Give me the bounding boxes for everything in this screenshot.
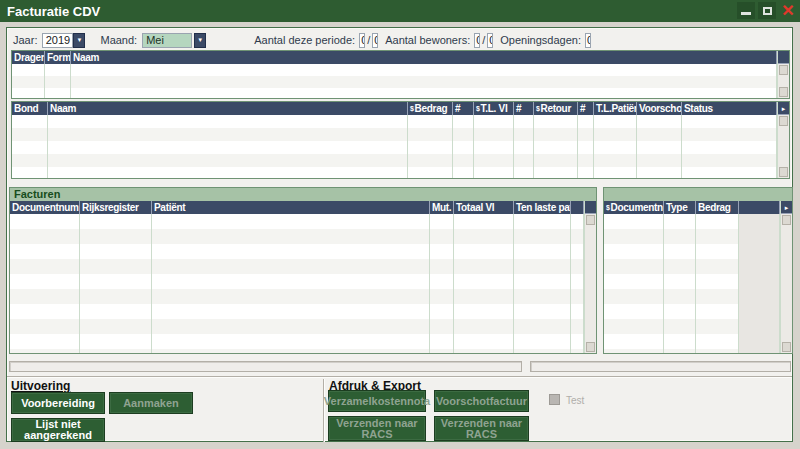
scroll-down-button[interactable] <box>779 167 788 177</box>
voorbereiding-button[interactable]: Voorbereiding <box>11 392 105 414</box>
progress-bar-right <box>530 361 791 372</box>
column-header-totaal-vi[interactable]: Totaal VI <box>454 201 514 214</box>
horizontal-divider <box>7 376 792 378</box>
expand-icon[interactable]: ▸ <box>781 201 792 214</box>
grid-column-naam <box>48 115 408 178</box>
facturen-grid-body[interactable] <box>10 214 584 353</box>
bond-grid-body[interactable] <box>12 115 777 178</box>
bewoners-input-2[interactable]: 0 <box>487 33 493 48</box>
documenten-group: $DocumentnrTypeBedrag ▸ <box>603 187 793 354</box>
grid-column-mut <box>430 214 454 353</box>
grid-column-ten-laste-pati-nt <box>514 214 571 353</box>
periode-input-2[interactable]: 0 <box>372 33 378 48</box>
jaar-input[interactable]: 2019 <box>42 33 73 48</box>
close-button[interactable]: ✕ <box>779 2 797 19</box>
column-header-[interactable]: # <box>514 102 534 115</box>
test-checkbox[interactable] <box>549 394 560 405</box>
column-header-form[interactable]: Form <box>45 51 71 64</box>
window-controls: ✕ <box>737 2 797 19</box>
period-counters: Aantal deze periode: 0 / 0 Aantal bewone… <box>277 32 591 48</box>
expand-icon[interactable]: ▸ <box>778 102 789 115</box>
vertical-scrollbar[interactable] <box>585 214 596 353</box>
grid-column-bedrag <box>696 214 739 353</box>
aanmaken-button[interactable]: Aanmaken <box>109 392 193 414</box>
grid-column-blank <box>571 214 584 353</box>
grid-column- <box>453 115 474 178</box>
lijst-niet-aangerekend-button[interactable]: Lijst niet aangerekend <box>11 418 105 442</box>
voorschotfactuur-button[interactable]: Voorschotfactuur <box>434 390 529 412</box>
facturen-group: Facturen DocumentnummerRijksregisterPati… <box>9 187 597 354</box>
column-header-[interactable]: # <box>453 102 474 115</box>
drager-grid-body[interactable] <box>12 64 777 98</box>
bond-grid: BondNaam$Bedrag#$T.L. VI#$Retour#T.L.Pat… <box>11 101 790 179</box>
scroll-up-button[interactable] <box>779 116 788 126</box>
grid-column-retour <box>534 115 578 178</box>
column-header-mut[interactable]: Mut. <box>430 201 454 214</box>
minimize-icon <box>741 12 751 15</box>
scroll-up-button[interactable] <box>779 65 788 75</box>
scroll-up-button[interactable] <box>782 215 791 225</box>
grid-column-drager <box>12 64 45 98</box>
grid-column- <box>578 115 594 178</box>
maand-input[interactable]: Mei <box>142 33 192 48</box>
scroll-down-button[interactable] <box>586 342 595 352</box>
progress-bar-left <box>9 361 522 372</box>
scroll-up-button[interactable] <box>586 215 595 225</box>
restore-icon <box>763 7 772 15</box>
column-header-t-l-pati-nt[interactable]: T.L.Patiënt <box>594 102 637 115</box>
maand-dropdown-button[interactable]: ▼ <box>194 33 206 48</box>
column-header-t-l-vi[interactable]: $T.L. VI <box>474 102 514 115</box>
grid-column-documentnummer <box>10 214 80 353</box>
column-header-voorschot[interactable]: Voorschot <box>637 102 682 115</box>
verzenden-naar-racs-button-2[interactable]: Verzenden naar RACS <box>434 416 529 441</box>
column-header-rijksregister[interactable]: Rijksregister <box>80 201 152 214</box>
jaar-dropdown-button[interactable]: ▼ <box>73 33 85 48</box>
facturen-grid-scrollbar[interactable] <box>584 201 596 353</box>
grid-column-bedrag <box>408 115 453 178</box>
column-header-ten-laste-pati-nt[interactable]: Ten laste patiënt <box>514 201 571 214</box>
slash-separator: / <box>365 34 372 46</box>
scroll-down-button[interactable] <box>779 87 788 97</box>
openingsdagen-label: Openingsdagen: <box>500 34 581 46</box>
column-header-documentnr[interactable]: $Documentnr <box>604 201 664 214</box>
documenten-group-band <box>604 188 792 201</box>
grid-column-totaal-vi <box>454 214 514 353</box>
column-header-bedrag[interactable]: Bedrag <box>696 201 739 214</box>
documenten-grid-scrollbar[interactable]: ▸ <box>780 201 792 353</box>
minimize-button[interactable] <box>737 2 755 19</box>
column-header-status[interactable]: Status <box>682 102 777 115</box>
drager-grid: DragerFormNaam <box>11 50 790 99</box>
close-icon: ✕ <box>781 3 794 19</box>
documenten-grid-header: $DocumentnrTypeBedrag <box>604 201 780 214</box>
column-header-documentnummer[interactable]: Documentnummer <box>10 201 80 214</box>
column-header-naam[interactable]: Naam <box>71 51 777 64</box>
column-header-blank[interactable] <box>739 201 780 214</box>
openingsdagen-input[interactable]: 0 <box>585 33 591 48</box>
verzenden-naar-racs-button-1[interactable]: Verzenden naar RACS <box>328 416 426 441</box>
bond-grid-header: BondNaam$Bedrag#$T.L. VI#$Retour#T.L.Pat… <box>12 102 777 115</box>
restore-button[interactable] <box>758 2 776 19</box>
column-header-pati-nt[interactable]: Patiënt <box>152 201 430 214</box>
column-header-bond[interactable]: Bond <box>12 102 48 115</box>
column-header-retour[interactable]: $Retour <box>534 102 578 115</box>
grid-column-t-l-pati-nt <box>594 115 637 178</box>
documenten-grid-body[interactable] <box>604 214 780 353</box>
column-header-bedrag[interactable]: $Bedrag <box>408 102 453 115</box>
main-panel: Jaar: 2019 ▼ Maand: Mei ▼ Aantal deze pe… <box>6 27 793 442</box>
verzamelkostennota-button[interactable]: Verzamelkostennota <box>328 390 426 412</box>
vertical-scrollbar[interactable] <box>781 214 792 353</box>
vertical-scrollbar[interactable] <box>778 115 789 178</box>
grid-column-form <box>45 64 71 98</box>
grid-column-blank <box>739 214 780 353</box>
column-header-drager[interactable]: Drager <box>12 51 45 64</box>
drager-grid-scrollbar[interactable] <box>777 51 789 98</box>
grid-column-pati-nt <box>152 214 430 353</box>
grid-column-status <box>682 115 777 178</box>
column-header-[interactable]: # <box>578 102 594 115</box>
column-header-type[interactable]: Type <box>664 201 696 214</box>
vertical-scrollbar[interactable] <box>778 64 789 98</box>
column-header-naam[interactable]: Naam <box>48 102 408 115</box>
column-header-blank[interactable] <box>571 201 584 214</box>
scroll-down-button[interactable] <box>782 342 791 352</box>
bond-grid-scrollbar[interactable]: ▸ <box>777 102 789 178</box>
